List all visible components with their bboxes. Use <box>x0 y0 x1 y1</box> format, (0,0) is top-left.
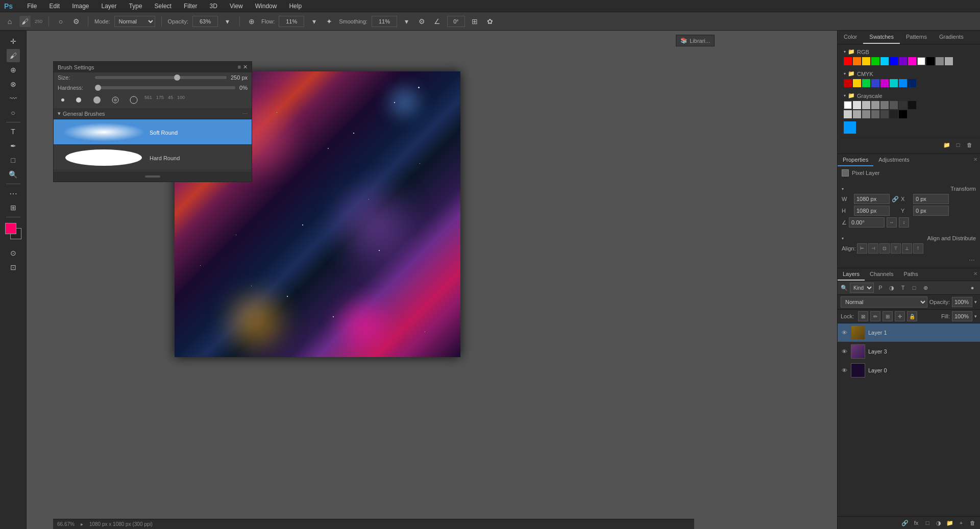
smudge-tool[interactable]: 〰 <box>7 92 20 105</box>
tab-properties[interactable]: Properties <box>838 154 873 166</box>
brush-hard-round[interactable]: Hard Round <box>54 145 252 170</box>
brush-preset-5[interactable] <box>126 95 141 105</box>
h-input[interactable] <box>854 206 890 216</box>
swatch-cc00cc[interactable] <box>880 79 889 87</box>
opacity-dropdown-icon[interactable]: ▾ <box>222 16 233 27</box>
gs-bbb[interactable] <box>862 101 870 109</box>
brush-hardness-value[interactable]: 0% <box>239 85 248 91</box>
swatch-00cc44[interactable] <box>862 79 870 87</box>
brush-preset-picker[interactable]: ○ <box>55 16 66 27</box>
swatch-ff7700[interactable] <box>853 57 861 65</box>
menu-filter[interactable]: Filter <box>182 2 200 11</box>
gs-888[interactable] <box>862 110 870 118</box>
flip-v-icon[interactable]: ↕ <box>899 217 909 228</box>
brush-tool[interactable]: 🖌 <box>7 49 20 62</box>
always-use-pressure-icon[interactable]: ⊕ <box>246 16 257 27</box>
menu-layer[interactable]: Layer <box>100 2 119 11</box>
layers-close-icon[interactable]: ✕ <box>971 268 980 281</box>
menu-file[interactable]: File <box>25 2 39 11</box>
layer-adjustment-btn[interactable]: ◑ <box>934 518 943 527</box>
swatch-cyan[interactable] <box>844 121 856 134</box>
x-input[interactable] <box>913 194 949 204</box>
cmyk-header[interactable]: ▾ 📁 CMYK <box>844 70 974 77</box>
layer-type-icon[interactable]: P <box>876 283 885 292</box>
stamp-tool[interactable]: ⊗ <box>7 78 20 91</box>
fill-input[interactable] <box>952 311 972 321</box>
swatch-7700cc[interactable] <box>899 57 907 65</box>
lock-pixels-btn[interactable]: ⊠ <box>858 311 868 321</box>
layer-mask-icon[interactable]: □ <box>923 518 932 527</box>
layer-shape-icon[interactable]: □ <box>910 283 919 292</box>
layers-filter-select[interactable]: Kind <box>850 283 874 293</box>
layer-new-btn[interactable]: + <box>957 518 966 527</box>
smoothing-dropdown-icon[interactable]: ▾ <box>401 16 412 27</box>
align-left-icon[interactable]: ⊢ <box>857 243 867 254</box>
foreground-color-swatch[interactable] <box>5 223 16 234</box>
lock-position-btn[interactable]: ✛ <box>895 311 905 321</box>
swatch-ff00cc[interactable] <box>908 57 916 65</box>
menu-3d[interactable]: 3D <box>208 2 219 11</box>
properties-close-icon[interactable]: ✕ <box>971 154 980 166</box>
swatch-0088ff[interactable] <box>899 79 907 87</box>
align-bottom-icon[interactable]: ⊺ <box>913 243 923 254</box>
gs-000[interactable] <box>899 110 907 118</box>
layer-item-3[interactable]: 👁 Layer 3 <box>838 342 980 361</box>
brush-settings-icon[interactable]: ⚙ <box>70 16 82 27</box>
swatch-3344cc[interactable] <box>871 79 879 87</box>
workspace-icon[interactable]: ⊞ <box>7 201 20 214</box>
swatch-0000ff[interactable] <box>890 57 898 65</box>
swatch-888888[interactable] <box>936 57 944 65</box>
gs-aaa[interactable] <box>853 110 861 118</box>
swatch-ffcc00b[interactable] <box>853 79 861 87</box>
pen-tool[interactable]: ✒ <box>7 139 20 153</box>
more-tools[interactable]: ⋯ <box>7 187 20 200</box>
blend-mode-select[interactable]: Normal Multiply Screen <box>841 296 927 308</box>
swatch-ffffff[interactable] <box>917 57 925 65</box>
airbrush-icon[interactable]: ✦ <box>324 16 335 27</box>
flip-h-icon[interactable]: ↔ <box>887 217 897 228</box>
link-icon[interactable]: 🔗 <box>892 196 899 203</box>
y-input[interactable] <box>913 206 949 216</box>
layer-text-icon[interactable]: T <box>898 283 908 292</box>
brush-tool-btn[interactable]: 🖌 <box>19 16 31 27</box>
menu-image[interactable]: Image <box>70 2 91 11</box>
align-center-h-icon[interactable]: ⊣ <box>868 243 878 254</box>
gs-333[interactable] <box>899 101 907 109</box>
menu-type[interactable]: Type <box>127 2 144 11</box>
align-right-icon[interactable]: ⊡ <box>879 243 890 254</box>
opacity-input-layers[interactable] <box>952 297 972 307</box>
layer-0-visibility[interactable]: 👁 <box>841 367 848 374</box>
brush-preset-4[interactable] <box>108 95 123 105</box>
fill-dropdown[interactable]: ▾ <box>974 314 977 319</box>
quick-mask-icon[interactable]: ⊙ <box>7 246 20 260</box>
gs-ddd[interactable] <box>853 101 861 109</box>
swatch-ff0000[interactable] <box>844 57 852 65</box>
library-panel[interactable]: 📚 Librari... <box>676 35 715 46</box>
gs-111[interactable] <box>908 101 916 109</box>
angle-icon[interactable]: ∠ <box>432 16 443 27</box>
gs-999[interactable] <box>871 101 879 109</box>
align-header[interactable]: ▾ Align and Distribute <box>842 235 976 241</box>
brush-preset-2[interactable] <box>71 95 86 105</box>
brush-size-value[interactable]: 250 px <box>231 74 248 81</box>
layer-link-icon[interactable]: 🔗 <box>900 518 910 527</box>
layer-delete-btn[interactable]: 🗑 <box>968 518 977 527</box>
tab-patterns[interactable]: Patterns <box>900 31 933 44</box>
lock-artboard-btn[interactable]: ⊞ <box>883 311 893 321</box>
tab-color[interactable]: Color <box>838 31 863 44</box>
swatch-00cccc[interactable] <box>890 79 898 87</box>
swatch-00cc00[interactable] <box>871 57 879 65</box>
brush-soft-round[interactable]: Soft Round <box>54 119 252 145</box>
smoothing-input[interactable] <box>372 16 397 27</box>
dodge-tool[interactable]: ○ <box>7 106 20 119</box>
brush-group-header[interactable]: ▾ General Brushes ⋯ <box>54 108 252 119</box>
layer-1-visibility[interactable]: 👁 <box>841 329 848 336</box>
gs-555[interactable] <box>890 101 898 109</box>
layer-item-0[interactable]: 👁 Layer 0 <box>838 361 980 380</box>
layer-3-visibility[interactable]: 👁 <box>841 348 848 355</box>
menu-select[interactable]: Select <box>153 2 174 11</box>
swatch-00ccff[interactable] <box>880 57 889 65</box>
tab-adjustments[interactable]: Adjustments <box>873 154 915 166</box>
move-tool[interactable]: ✛ <box>7 35 20 48</box>
menu-help[interactable]: Help <box>287 2 304 11</box>
